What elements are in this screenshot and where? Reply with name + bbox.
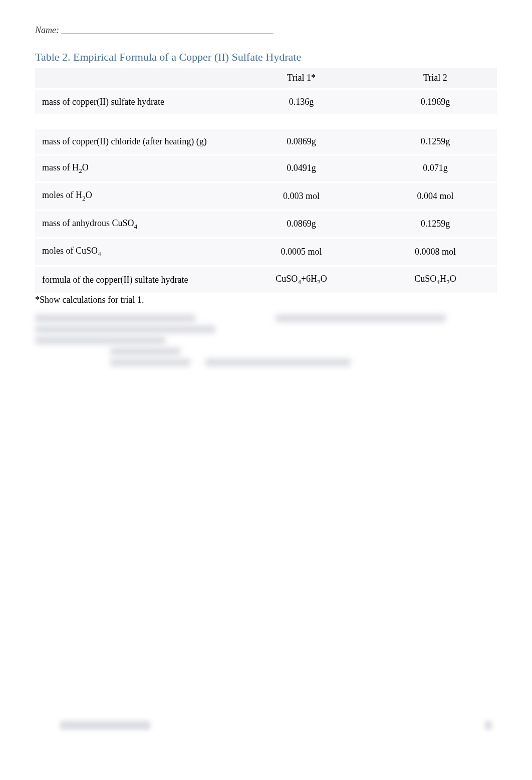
calculations-note: *Show calculations for trial 1.: [35, 293, 497, 305]
subscript: 2: [82, 194, 86, 202]
table-header-row: Trial 1* Trial 2: [35, 68, 497, 89]
formula-text: +6H: [301, 274, 317, 284]
cell-trial2: CuSO4H2O: [374, 266, 497, 293]
cell-trial2: 0.1259g: [374, 210, 497, 238]
formula-text: CuSO: [276, 274, 298, 284]
formula-text: CuSO: [414, 274, 436, 284]
subscript: 2: [446, 278, 450, 285]
cell-trial2: 0.004 mol: [374, 182, 497, 211]
table-row: moles of H2O 0.003 mol 0.004 mol: [35, 182, 497, 211]
formula-text: O: [321, 274, 327, 284]
cell-trial2: 0.1969g: [374, 89, 497, 115]
subscript: 4: [98, 250, 101, 258]
row-label: moles of H2O: [35, 182, 229, 211]
cell-trial2: 0.0008 mol: [374, 238, 497, 266]
table-row: formula of the copper(II) sulfate hydrat…: [35, 266, 497, 293]
table-row: mass of anhydrous CuSO4 0.0869g 0.1259g: [35, 210, 497, 238]
cell-trial1: 0.003 mol: [229, 182, 374, 211]
cell-trial1: 0.0869g: [229, 128, 374, 154]
subscript: 2: [317, 278, 321, 285]
table-title: Table 2. Empirical Formula of a Copper (…: [35, 51, 497, 64]
label-text: mass of H: [42, 162, 79, 172]
footer-blur-right: [485, 721, 492, 730]
label-text: moles of CuSO: [42, 246, 98, 256]
row-label: mass of copper(II) sulfate hydrate: [35, 89, 229, 115]
row-label: formula of the copper(II) sulfate hydrat…: [35, 266, 229, 293]
cell-trial1: 0.0869g: [229, 210, 374, 238]
row-label: moles of CuSO4: [35, 238, 229, 266]
subscript: 2: [79, 166, 82, 174]
footer-blur-left: [60, 721, 150, 730]
subscript: 4: [134, 222, 138, 230]
label-text: moles of H: [42, 190, 82, 200]
label-text: mass of copper(II) chloride (after heati…: [42, 136, 207, 146]
header-trial1: Trial 1*: [229, 68, 374, 89]
table-row: mass of copper(II) sulfate hydrate 0.136…: [35, 89, 497, 115]
subscript: 4: [436, 278, 440, 285]
table-row: mass of H2O 0.0491g 0.071g: [35, 154, 497, 182]
header-trial2: Trial 2: [374, 68, 497, 89]
cell-trial1: 0.0491g: [229, 154, 374, 182]
table-row: mass of copper(II) chloride (after heati…: [35, 128, 497, 154]
formula-text: H: [440, 274, 446, 284]
cell-trial2: 0.071g: [374, 154, 497, 182]
label-text: mass of anhydrous CuSO: [42, 218, 134, 228]
data-table: Trial 1* Trial 2 mass of copper(II) sulf…: [35, 68, 497, 293]
subscript: 4: [298, 278, 301, 285]
table-row: moles of CuSO4 0.0005 mol 0.0008 mol: [35, 238, 497, 266]
cell-trial1: 0.136g: [229, 89, 374, 115]
blank-row: [35, 114, 497, 128]
label-text: O: [86, 190, 92, 200]
cell-trial1: 0.0005 mol: [229, 238, 374, 266]
row-label: mass of anhydrous CuSO4: [35, 210, 229, 238]
blurred-calculations-area: [35, 314, 497, 374]
label-text: O: [82, 162, 89, 172]
row-label: mass of H2O: [35, 154, 229, 182]
name-field-label: Name: __________________________________…: [35, 25, 497, 36]
row-label: mass of copper(II) chloride (after heati…: [35, 128, 229, 154]
header-blank: [35, 68, 229, 89]
formula-text: O: [450, 274, 456, 284]
cell-trial2: 0.1259g: [374, 128, 497, 154]
cell-trial1: CuSO4+6H2O: [229, 266, 374, 293]
